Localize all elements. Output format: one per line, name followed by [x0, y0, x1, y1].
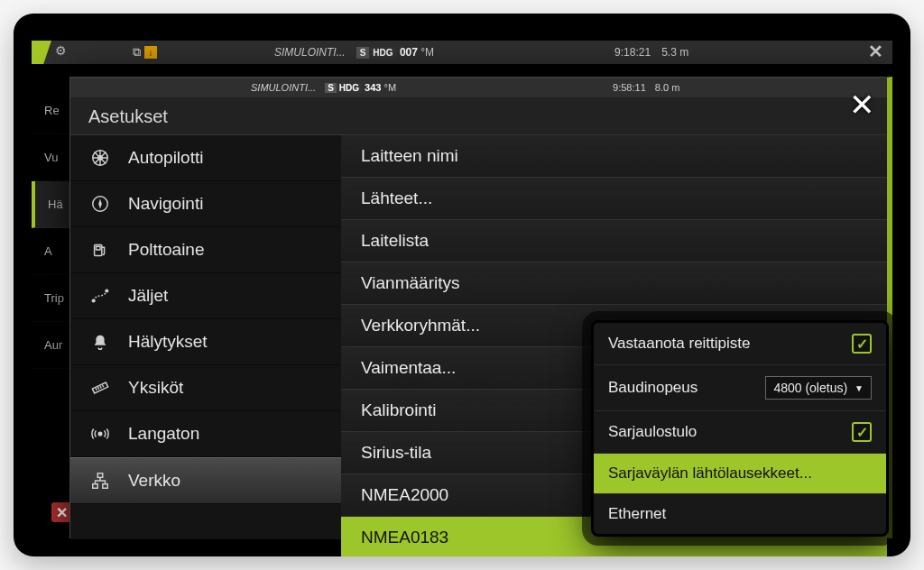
- nav-label: Polttoaine: [128, 240, 205, 260]
- heading-readout: SHDG 007 °M: [356, 46, 434, 59]
- settings-row[interactable]: Vianmääritys: [341, 262, 887, 305]
- popup-row[interactable]: Ethernet: [594, 494, 886, 534]
- nav-item-track[interactable]: Jäljet: [70, 273, 341, 319]
- alert-close-icon[interactable]: ✕: [51, 502, 71, 522]
- network-status-icon: ⧉↓: [133, 45, 157, 60]
- simulation-label: SIMULOINTI...: [274, 46, 346, 59]
- fuel-icon: [88, 240, 112, 260]
- nav-label: Verkko: [128, 471, 180, 491]
- svg-rect-19: [103, 484, 108, 489]
- network-icon: [88, 471, 112, 491]
- ruler-icon: [88, 378, 112, 398]
- nav-item-compass[interactable]: Navigointi: [70, 181, 341, 227]
- front-topbar: SIMULOINTI... SHDG 343 °M 9:58:11 8.0 m: [70, 78, 887, 97]
- svg-rect-17: [97, 473, 103, 478]
- popup-row-label: Sarjaväylän lähtölausekkeet...: [608, 464, 812, 483]
- nav-item-ruler[interactable]: Yksiköt: [70, 365, 341, 411]
- gear-icon[interactable]: ⚙: [55, 43, 67, 58]
- popup-row[interactable]: Sarjaväylän lähtölausekkeet...: [594, 454, 886, 494]
- settings-row[interactable]: Lähteet...: [341, 178, 887, 220]
- settings-row[interactable]: Laitteen nimi: [341, 135, 887, 178]
- nav-item-bell[interactable]: Hälytykset: [70, 319, 341, 365]
- nav-item-network[interactable]: Verkko: [70, 457, 341, 504]
- wireless-icon: [88, 424, 112, 444]
- svg-line-14: [100, 386, 101, 388]
- corner-accent: [32, 41, 51, 64]
- back-topbar: ⚙ ⧉↓ SIMULOINTI... SHDG 007 °M 9:18:21 5…: [32, 41, 892, 64]
- svg-line-13: [98, 387, 99, 389]
- nav-item-wireless[interactable]: Langaton: [70, 411, 341, 457]
- settings-nav: Autopilotti Navigointi Polttoaine Jäljet…: [70, 135, 341, 539]
- svg-point-16: [98, 432, 102, 436]
- wheel-icon: [88, 148, 112, 168]
- depth-readout: 5.3 m: [661, 46, 688, 59]
- checkbox[interactable]: [852, 334, 872, 354]
- compass-icon: [88, 194, 112, 214]
- svg-line-12: [96, 388, 97, 390]
- nmea0183-popup: Vastaanota reittipisteBaudinopeus4800 (o…: [591, 320, 889, 537]
- popup-row-label: Baudinopeus: [608, 379, 698, 397]
- popup-row[interactable]: Vastaanota reittipiste: [594, 323, 886, 365]
- nav-item-wheel[interactable]: Autopilotti: [70, 135, 341, 181]
- nav-label: Navigointi: [128, 194, 203, 214]
- nav-item-fuel[interactable]: Polttoaine: [70, 227, 341, 273]
- popup-row[interactable]: Baudinopeus4800 (oletus)▼: [594, 365, 886, 411]
- nav-label: Hälytykset: [128, 332, 208, 352]
- close-button[interactable]: ✕: [849, 87, 874, 123]
- popup-row[interactable]: Sarjaulostulo: [594, 411, 886, 454]
- svg-rect-8: [96, 246, 100, 250]
- checkbox[interactable]: [852, 422, 872, 442]
- svg-rect-11: [92, 382, 107, 393]
- svg-rect-18: [93, 484, 98, 489]
- heading-readout: SHDG 343 °M: [325, 82, 396, 93]
- settings-row[interactable]: Laitelista: [341, 220, 887, 262]
- select-value: 4800 (oletus): [773, 381, 847, 395]
- clock: 9:58:11: [613, 82, 646, 93]
- popup-row-label: Vastaanota reittipiste: [608, 335, 751, 353]
- svg-line-15: [103, 385, 104, 387]
- popup-row-label: Ethernet: [608, 505, 666, 523]
- bell-icon: [88, 332, 112, 352]
- settings-title: Asetukset: [70, 97, 887, 135]
- close-icon[interactable]: ✕: [868, 41, 883, 62]
- clock: 9:18:21: [614, 46, 651, 59]
- baudrate-select[interactable]: 4800 (oletus)▼: [765, 376, 872, 400]
- nav-label: Autopilotti: [128, 148, 203, 168]
- popup-row-label: Sarjaulostulo: [608, 423, 697, 441]
- nav-label: Langaton: [128, 424, 199, 444]
- nav-label: Yksiköt: [128, 378, 183, 398]
- svg-point-10: [106, 290, 108, 292]
- track-icon: [88, 286, 112, 306]
- depth-readout: 8.0 m: [655, 82, 680, 93]
- chevron-down-icon: ▼: [855, 383, 864, 393]
- svg-point-9: [92, 299, 95, 302]
- simulation-label: SIMULOINTI...: [251, 82, 316, 93]
- nav-label: Jäljet: [128, 286, 168, 306]
